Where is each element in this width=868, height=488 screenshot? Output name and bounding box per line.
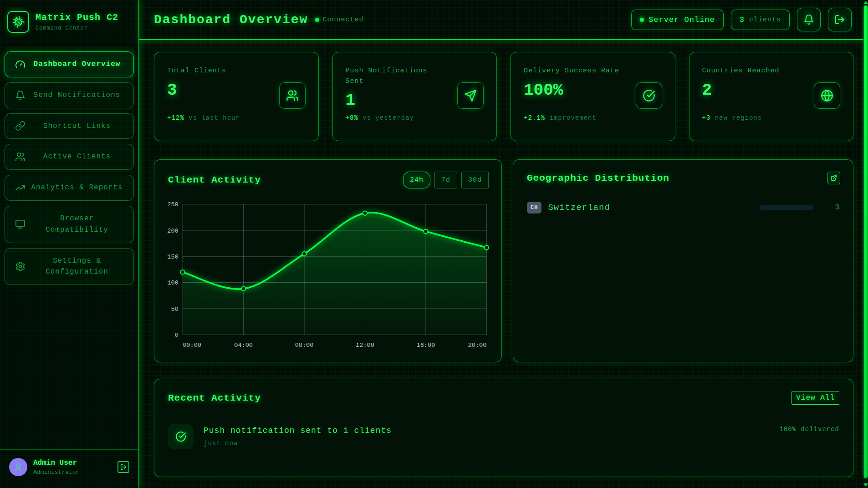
header-actions: Server Online 3 clients xyxy=(631,8,852,31)
logout-button[interactable] xyxy=(828,8,852,31)
sidebar-item-label: Dashboard Overview xyxy=(26,59,128,70)
connection-status: Connected xyxy=(315,16,363,24)
activity-delivery-status: 100% delivered xyxy=(779,426,839,433)
users-icon xyxy=(14,152,26,162)
user-name: Admin User xyxy=(33,459,112,467)
svg-text:150: 150 xyxy=(167,254,178,260)
stat-delta: +8% vs yesterday xyxy=(346,114,414,122)
app-subtitle: Command Center xyxy=(36,25,118,31)
view-all-button[interactable]: View All xyxy=(791,391,839,405)
svg-text:100: 100 xyxy=(167,280,178,286)
stat-card-push-notifications: Push Notifications Sent 1 +8% vs yesterd… xyxy=(332,52,497,141)
notifications-button[interactable] xyxy=(797,8,821,31)
charts-row: Client Activity 24h 7d 30d 0501001502002… xyxy=(154,159,853,362)
svg-text:00:00: 00:00 xyxy=(183,342,201,349)
user-icon xyxy=(13,462,23,472)
client-activity-chart: 05010015020025000:0004:0008:0012:0016:00… xyxy=(154,193,501,362)
svg-text:08:00: 08:00 xyxy=(295,342,314,349)
check-circle-icon xyxy=(636,82,662,109)
client-activity-title: Client Activity xyxy=(168,175,261,185)
range-button-24h[interactable]: 24h xyxy=(403,172,430,188)
stat-label: Push Notifications Sent xyxy=(346,66,444,86)
stat-label: Total Clients xyxy=(167,66,265,76)
clients-count-label: clients xyxy=(749,16,781,24)
activity-texts: Push notification sent to 1 clients just… xyxy=(204,426,392,447)
stat-delta-value: +12% xyxy=(167,114,184,122)
svg-text:12:00: 12:00 xyxy=(356,342,374,349)
stat-cards: Total Clients 3 +12% vs last hour Push N… xyxy=(154,52,853,141)
sidebar-item-active-clients[interactable]: Active Clients xyxy=(5,144,134,170)
bell-icon xyxy=(803,14,814,25)
logo-section: Matrix Push C2 Command Center xyxy=(0,0,138,44)
sidebar-item-send-notifications[interactable]: Send Notifications xyxy=(5,82,134,108)
app-title: Matrix Push C2 xyxy=(36,12,118,23)
stat-label: Delivery Success Rate xyxy=(524,66,622,76)
user-meta: Admin User Administrator xyxy=(33,459,112,476)
client-activity-header: Client Activity 24h 7d 30d xyxy=(154,160,501,193)
logout-icon xyxy=(834,14,845,25)
link-icon xyxy=(14,121,26,131)
svg-text:04:00: 04:00 xyxy=(234,342,253,349)
monitor-icon xyxy=(14,219,26,229)
sidebar-item-shortcut-links[interactable]: Shortcut Links xyxy=(5,113,134,139)
activity-time: just now xyxy=(204,440,392,447)
sidebar-item-label: Analytics & Reports xyxy=(26,182,128,193)
recent-activity-header: Recent Activity View All xyxy=(168,391,839,405)
sidebar-item-dashboard-overview[interactable]: Dashboard Overview xyxy=(5,51,134,77)
external-link-icon xyxy=(831,175,837,181)
check-circle-icon xyxy=(168,424,194,449)
connected-dot-icon xyxy=(315,18,319,22)
server-status-badge: Server Online xyxy=(631,10,724,30)
app-root: Matrix Push C2 Command Center Dashboard … xyxy=(0,0,863,488)
range-button-30d[interactable]: 30d xyxy=(461,172,489,188)
user-role: Administrator xyxy=(33,469,112,476)
trending-up-icon xyxy=(14,183,26,193)
svg-text:50: 50 xyxy=(171,306,178,313)
external-link-button[interactable] xyxy=(827,172,840,184)
sidebar: Matrix Push C2 Command Center Dashboard … xyxy=(0,0,139,488)
client-activity-panel: Client Activity 24h 7d 30d 0501001502002… xyxy=(154,159,502,362)
sidebar-item-label: Send Notifications xyxy=(26,90,128,101)
stat-card-total-clients: Total Clients 3 +12% vs last hour xyxy=(154,52,319,141)
clients-count: 3 xyxy=(740,15,745,24)
logout-icon-button[interactable] xyxy=(117,461,129,473)
stat-delta-caption: improvement xyxy=(549,114,596,122)
sidebar-item-browser-compatibility[interactable]: Browser Compatibility xyxy=(5,206,134,243)
stat-delta: +12% vs last hour xyxy=(167,114,240,122)
stat-label: Countries Reached xyxy=(702,66,800,76)
sidebar-item-label: Shortcut Links xyxy=(26,121,128,132)
connection-label: Connected xyxy=(322,16,363,24)
country-code-badge: CH xyxy=(527,202,541,214)
stat-card-delivery-success: Delivery Success Rate 100% +2.1% improve… xyxy=(511,52,675,141)
send-icon xyxy=(457,82,484,109)
stat-delta-caption: vs yesterday xyxy=(363,114,414,122)
sidebar-item-settings-configuration[interactable]: Settings & Configuration xyxy=(5,248,134,285)
svg-text:200: 200 xyxy=(167,228,178,234)
logo-text: Matrix Push C2 Command Center xyxy=(36,12,118,31)
logout-icon xyxy=(120,464,127,470)
content: Total Clients 3 +12% vs last hour Push N… xyxy=(139,40,863,488)
stat-delta-caption: new regions xyxy=(715,114,762,122)
scrollbar-down-arrow-icon[interactable] xyxy=(863,483,868,487)
recent-activity-panel: Recent Activity View All Push notificati… xyxy=(154,379,853,477)
range-button-7d[interactable]: 7d xyxy=(434,172,457,188)
stat-delta-value: +8% xyxy=(346,114,358,122)
country-bar xyxy=(759,205,814,210)
scrollbar xyxy=(863,0,868,488)
users-icon xyxy=(279,82,306,109)
scrollbar-up-arrow-icon[interactable] xyxy=(863,1,868,4)
country-count: 3 xyxy=(820,203,839,212)
server-status-label: Server Online xyxy=(648,15,715,24)
user-section: Admin User Administrator xyxy=(0,449,138,488)
page-title: Dashboard Overview xyxy=(154,13,308,27)
stat-card-countries-reached: Countries Reached 2 +3 new regions xyxy=(689,52,854,141)
activity-text: Push notification sent to 1 clients xyxy=(204,426,392,435)
svg-text:16:00: 16:00 xyxy=(417,342,435,349)
scrollbar-thumb[interactable] xyxy=(864,5,868,478)
country-name: Switzerland xyxy=(548,203,753,213)
activity-item: Push notification sent to 1 clients just… xyxy=(168,424,839,449)
svg-text:250: 250 xyxy=(167,201,178,208)
sidebar-item-analytics-reports[interactable]: Analytics & Reports xyxy=(5,175,134,201)
gauge-icon xyxy=(14,59,26,70)
geo-header: Geographic Distribution xyxy=(513,160,853,189)
